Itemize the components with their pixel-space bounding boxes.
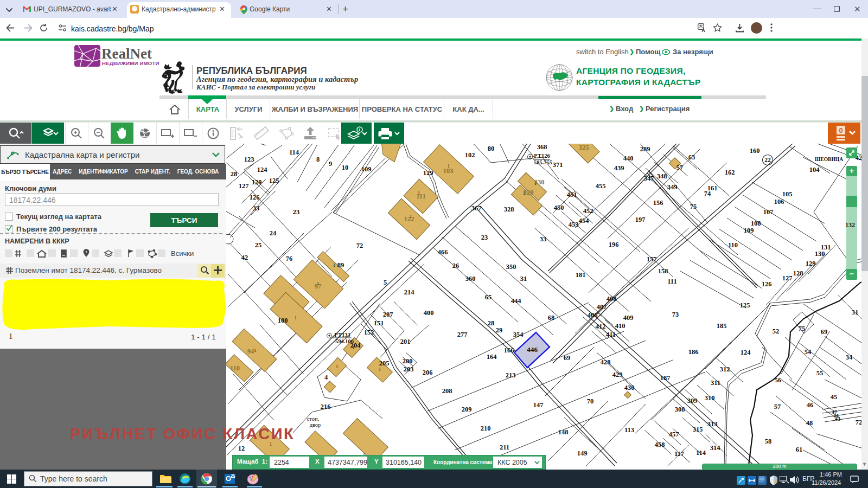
svg-text:29: 29 bbox=[496, 326, 503, 334]
svg-text:214: 214 bbox=[404, 288, 415, 296]
svg-text:100: 100 bbox=[278, 317, 288, 324]
svg-text:406: 406 bbox=[588, 311, 598, 319]
svg-text:439: 439 bbox=[614, 164, 624, 172]
svg-text:162: 162 bbox=[725, 169, 735, 176]
svg-text:109: 109 bbox=[361, 165, 372, 173]
svg-text:12: 12 bbox=[238, 445, 245, 452]
svg-text:102: 102 bbox=[465, 151, 475, 159]
svg-text:52: 52 bbox=[773, 328, 780, 335]
svg-text:1: 1 bbox=[317, 281, 320, 286]
svg-text:315: 315 bbox=[693, 426, 703, 433]
svg-text:72: 72 bbox=[356, 242, 363, 249]
svg-text:349: 349 bbox=[667, 183, 678, 191]
svg-text:22: 22 bbox=[764, 157, 771, 163]
svg-text:312: 312 bbox=[720, 365, 730, 373]
svg-text:200: 200 bbox=[403, 357, 413, 365]
svg-text:1: 1 bbox=[523, 190, 526, 196]
svg-text:207: 207 bbox=[383, 311, 393, 318]
svg-text:309: 309 bbox=[687, 397, 698, 404]
svg-text:407: 407 bbox=[597, 303, 607, 311]
svg-text:113: 113 bbox=[624, 426, 634, 434]
svg-text:68: 68 bbox=[548, 314, 555, 322]
svg-text:126: 126 bbox=[250, 194, 260, 201]
svg-text:1: 1 bbox=[352, 345, 355, 350]
svg-text:23: 23 bbox=[481, 234, 488, 241]
svg-text:104: 104 bbox=[809, 166, 820, 174]
svg-text:24: 24 bbox=[270, 229, 277, 237]
svg-text:80: 80 bbox=[488, 145, 495, 152]
svg-text:75: 75 bbox=[799, 325, 806, 332]
svg-text:56: 56 bbox=[775, 376, 782, 384]
svg-text:181: 181 bbox=[576, 271, 586, 279]
svg-text:440: 440 bbox=[623, 155, 634, 162]
svg-text:164: 164 bbox=[487, 353, 497, 361]
svg-text:34: 34 bbox=[846, 354, 853, 361]
svg-text:110: 110 bbox=[728, 241, 738, 249]
svg-text:57: 57 bbox=[676, 164, 684, 171]
svg-text:308: 308 bbox=[675, 406, 685, 413]
svg-text:130: 130 bbox=[815, 250, 825, 258]
svg-text:109: 109 bbox=[744, 227, 754, 234]
svg-text:26: 26 bbox=[452, 262, 459, 269]
svg-text:216: 216 bbox=[321, 403, 331, 410]
svg-text:69: 69 bbox=[821, 328, 828, 336]
svg-text:1: 1 bbox=[379, 367, 381, 372]
svg-text:186: 186 bbox=[688, 348, 699, 356]
svg-text:313: 313 bbox=[707, 420, 718, 428]
svg-text:31: 31 bbox=[520, 275, 527, 282]
svg-text:42: 42 bbox=[241, 254, 248, 261]
svg-text:310: 310 bbox=[705, 394, 715, 402]
svg-text:55: 55 bbox=[816, 369, 824, 377]
svg-text:428: 428 bbox=[601, 358, 611, 366]
svg-text:9: 9 bbox=[329, 160, 332, 168]
svg-text:444: 444 bbox=[511, 297, 522, 305]
svg-text:148: 148 bbox=[558, 428, 569, 436]
svg-text:1: 1 bbox=[448, 163, 450, 169]
svg-text:400: 400 bbox=[424, 309, 434, 317]
svg-text:РТ126: РТ126 bbox=[534, 153, 550, 159]
svg-text:452: 452 bbox=[583, 207, 593, 215]
svg-text:354: 354 bbox=[513, 331, 524, 338]
svg-text:31: 31 bbox=[852, 309, 859, 316]
svg-text:458: 458 bbox=[655, 441, 665, 448]
svg-text:208: 208 bbox=[442, 387, 452, 395]
svg-text:73: 73 bbox=[672, 311, 679, 318]
svg-text:203: 203 bbox=[404, 365, 414, 373]
svg-text:410: 410 bbox=[615, 322, 626, 330]
svg-text:1: 1 bbox=[410, 214, 412, 219]
svg-text:57: 57 bbox=[774, 403, 781, 410]
svg-text:367: 367 bbox=[471, 204, 482, 212]
svg-text:350: 350 bbox=[506, 263, 516, 271]
svg-text:158: 158 bbox=[658, 267, 668, 275]
svg-text:126: 126 bbox=[762, 280, 772, 288]
svg-text:33: 33 bbox=[540, 235, 547, 243]
svg-text:360: 360 bbox=[465, 275, 476, 282]
svg-text:61: 61 bbox=[796, 446, 803, 453]
svg-text:114: 114 bbox=[289, 149, 299, 156]
svg-text:211: 211 bbox=[500, 444, 509, 451]
svg-text:58: 58 bbox=[765, 438, 772, 445]
svg-text:450: 450 bbox=[554, 204, 564, 211]
svg-text:149: 149 bbox=[577, 450, 588, 457]
svg-text:105: 105 bbox=[782, 190, 793, 198]
svg-text:114: 114 bbox=[696, 449, 706, 457]
svg-text:166: 166 bbox=[504, 346, 514, 354]
svg-text:45: 45 bbox=[831, 393, 838, 401]
svg-text:411: 411 bbox=[606, 331, 616, 338]
svg-text:157: 157 bbox=[647, 255, 657, 263]
svg-text:124: 124 bbox=[741, 349, 751, 356]
svg-text:206: 206 bbox=[423, 369, 433, 376]
svg-text:430: 430 bbox=[624, 384, 635, 391]
svg-text:454: 454 bbox=[579, 217, 590, 224]
svg-text:197: 197 bbox=[635, 216, 646, 223]
svg-text:594.106: 594.106 bbox=[335, 338, 354, 344]
svg-text:446: 446 bbox=[527, 345, 538, 354]
svg-text:147: 147 bbox=[533, 401, 544, 409]
svg-text:277: 277 bbox=[457, 331, 468, 338]
svg-text:43: 43 bbox=[835, 416, 840, 422]
svg-text:201: 201 bbox=[400, 338, 411, 345]
svg-text:125: 125 bbox=[740, 301, 750, 309]
svg-text:1: 1 bbox=[336, 364, 339, 369]
svg-text:46: 46 bbox=[807, 401, 814, 409]
svg-text:111: 111 bbox=[667, 278, 676, 285]
